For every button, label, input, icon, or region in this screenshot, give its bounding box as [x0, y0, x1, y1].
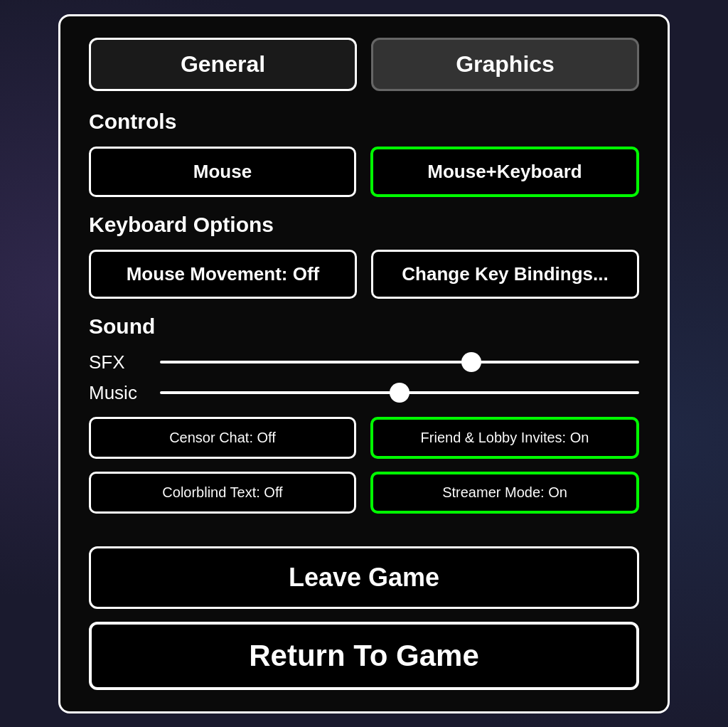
music-label: Music: [89, 382, 146, 404]
sfx-slider[interactable]: [160, 361, 639, 364]
mouse-movement-button[interactable]: Mouse Movement: Off: [89, 250, 357, 299]
music-slider[interactable]: [160, 391, 639, 394]
mouse-button[interactable]: Mouse: [89, 147, 356, 197]
colorblind-text-button[interactable]: Colorblind Text: Off: [89, 472, 356, 514]
return-to-game-button[interactable]: Return To Game: [89, 622, 639, 690]
music-slider-row: Music: [89, 382, 639, 404]
keyboard-options-buttons: Mouse Movement: Off Change Key Bindings.…: [89, 250, 639, 299]
tab-general[interactable]: General: [89, 38, 357, 91]
sfx-slider-row: SFX: [89, 351, 639, 373]
friend-lobby-invites-button[interactable]: Friend & Lobby Invites: On: [370, 417, 639, 459]
music-thumb[interactable]: [390, 383, 410, 403]
sfx-thumb[interactable]: [461, 352, 481, 372]
tab-bar: General Graphics: [89, 38, 639, 91]
streamer-mode-button[interactable]: Streamer Mode: On: [370, 472, 639, 514]
sfx-label: SFX: [89, 351, 146, 373]
toggle-row-2: Colorblind Text: Off Streamer Mode: On: [89, 472, 639, 514]
mouse-keyboard-button[interactable]: Mouse+Keyboard: [370, 147, 639, 197]
sound-section: SFX Music: [89, 351, 639, 404]
controls-title: Controls: [89, 110, 639, 134]
leave-game-button[interactable]: Leave Game: [89, 546, 639, 609]
censor-chat-button[interactable]: Censor Chat: Off: [89, 417, 356, 459]
change-key-bindings-button[interactable]: Change Key Bindings...: [371, 250, 639, 299]
settings-modal: General Graphics Controls Mouse Mouse+Ke…: [58, 14, 670, 713]
toggle-row-1: Censor Chat: Off Friend & Lobby Invites:…: [89, 417, 639, 459]
sound-title: Sound: [89, 314, 639, 339]
keyboard-options-title: Keyboard Options: [89, 213, 639, 237]
controls-buttons: Mouse Mouse+Keyboard: [89, 147, 639, 197]
tab-graphics[interactable]: Graphics: [371, 38, 639, 91]
